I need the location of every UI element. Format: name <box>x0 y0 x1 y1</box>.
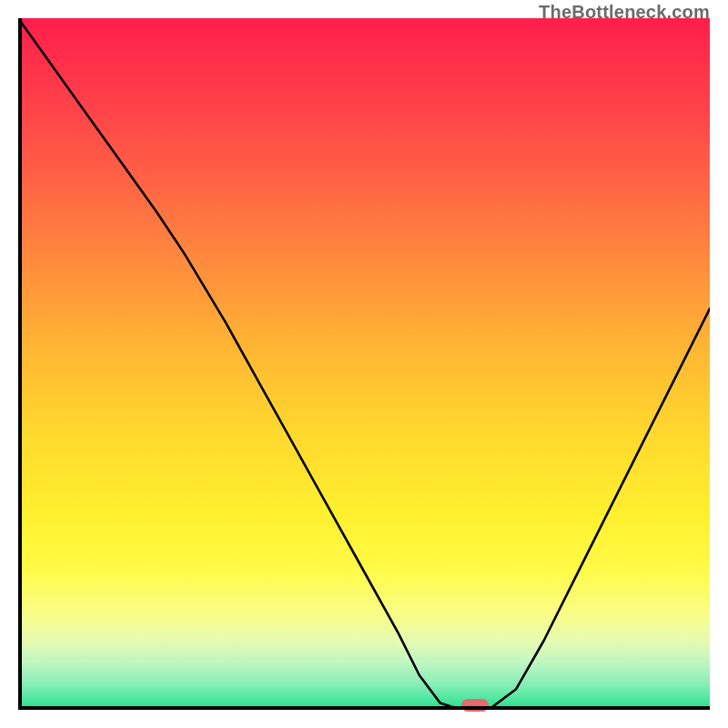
chart-container: TheBottleneck.com <box>0 0 728 728</box>
bottleneck-curve <box>18 18 710 710</box>
y-axis <box>18 18 22 710</box>
x-axis <box>18 706 710 710</box>
plot-area <box>18 18 710 710</box>
